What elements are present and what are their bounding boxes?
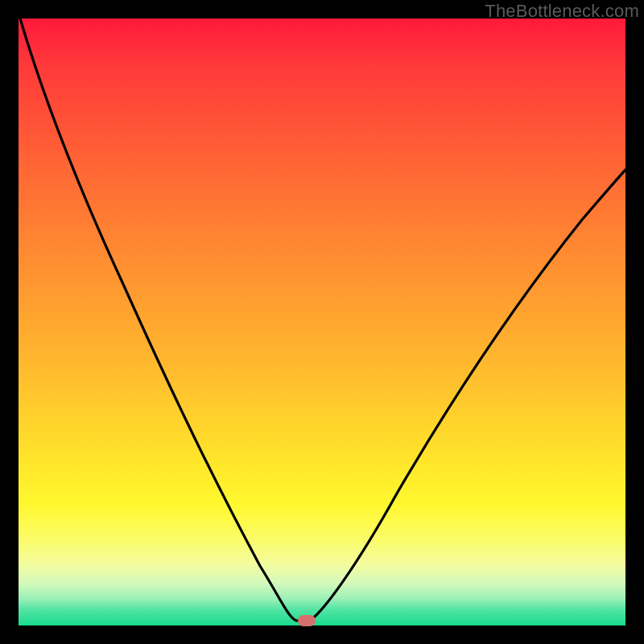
- bottleneck-curve: [19, 19, 625, 625]
- optimal-marker: [298, 615, 316, 626]
- plot-area: [19, 19, 625, 625]
- curve-path: [20, 19, 625, 621]
- chart-frame: TheBottleneck.com: [0, 0, 644, 644]
